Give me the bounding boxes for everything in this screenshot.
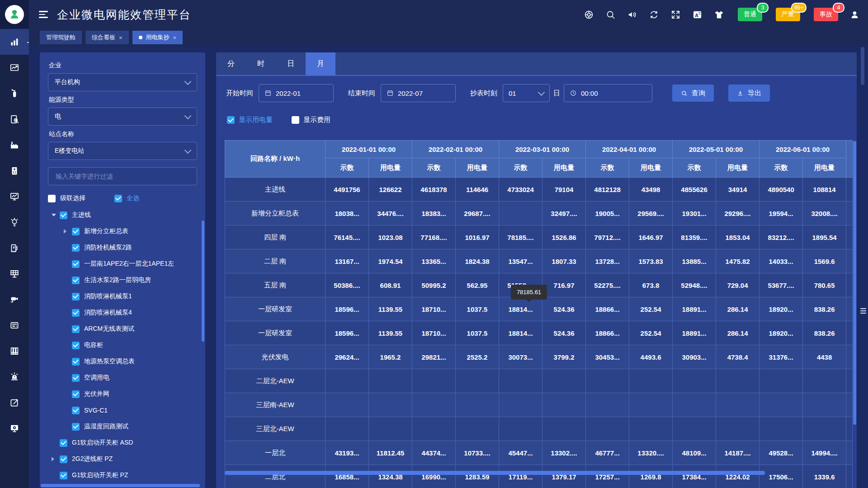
tree-item[interactable]: SVG-C1 bbox=[48, 402, 197, 418]
tree-checkbox[interactable] bbox=[72, 309, 80, 317]
meter-day-select[interactable]: 01 bbox=[503, 84, 550, 102]
tree-item[interactable]: 消防栓机械泵2路 bbox=[48, 239, 197, 256]
tree-item[interactable]: 电容柜 bbox=[48, 337, 197, 353]
panel-resize-handle-icon[interactable] bbox=[860, 308, 866, 314]
sidebar-item-line-chart[interactable] bbox=[0, 55, 29, 80]
table-hscrollbar[interactable] bbox=[225, 471, 765, 475]
tree-checkbox[interactable] bbox=[72, 260, 80, 268]
caret-right-icon[interactable] bbox=[52, 457, 60, 461]
user-icon[interactable] bbox=[849, 9, 860, 20]
tree-item[interactable]: 新增分立柜总表 bbox=[48, 223, 197, 239]
tree-checkbox[interactable] bbox=[72, 358, 80, 366]
period-tab-日[interactable]: 日 bbox=[276, 52, 306, 75]
sidebar-item-archive[interactable] bbox=[0, 338, 29, 364]
volume-icon[interactable] bbox=[627, 9, 637, 20]
sidebar-item-alarm-beacon[interactable] bbox=[0, 364, 29, 389]
menu-collapse-icon[interactable] bbox=[39, 11, 48, 18]
caret-right-icon[interactable] bbox=[64, 229, 72, 234]
tree-checkbox[interactable] bbox=[60, 211, 67, 219]
period-tab-时[interactable]: 时 bbox=[246, 52, 276, 75]
tree-hscrollbar[interactable] bbox=[41, 484, 200, 487]
table-row[interactable]: 一层北43193...11812.4544374...10733....4544… bbox=[225, 441, 853, 465]
tree-item[interactable]: 主进线 bbox=[48, 207, 197, 223]
table-row[interactable]: 一层研发室18596...1139.5518710...1037.518814.… bbox=[225, 321, 853, 345]
tree-item[interactable]: 光伏并网 bbox=[48, 386, 197, 402]
tree-checkbox[interactable] bbox=[60, 472, 67, 479]
company-select[interactable]: 平台机构 bbox=[48, 73, 197, 91]
nav-tab-2[interactable]: 用电集抄× bbox=[132, 31, 183, 44]
caret-down-icon[interactable] bbox=[52, 214, 60, 216]
alarm-badge-1[interactable]: 严重 99+ bbox=[776, 8, 800, 21]
sidebar-item-solar-panel[interactable] bbox=[0, 261, 29, 286]
table-row[interactable]: 三层北-AEW bbox=[225, 417, 853, 441]
tree-item[interactable]: 地源热泵空调总表 bbox=[48, 353, 197, 370]
tree-checkbox[interactable] bbox=[72, 293, 80, 300]
tree-filter-input[interactable] bbox=[55, 172, 190, 180]
energy-type-select[interactable]: 电 bbox=[48, 108, 197, 126]
tree-item[interactable]: 消防喷淋机械泵1 bbox=[48, 288, 197, 305]
period-tab-月[interactable]: 月 bbox=[306, 52, 335, 75]
meter-time-input[interactable]: 00:00 bbox=[564, 84, 652, 102]
alarm-badge-2[interactable]: 事故 4 bbox=[814, 8, 838, 21]
tree-checkbox[interactable] bbox=[72, 390, 80, 398]
table-row[interactable]: 新增分立柜总表18038...34476....18383...29687...… bbox=[225, 202, 853, 225]
sidebar-item-edit[interactable] bbox=[0, 389, 29, 415]
sidebar-item-device-panel[interactable] bbox=[0, 312, 29, 338]
tree-scrollbar[interactable] bbox=[202, 221, 204, 342]
tree-checkbox[interactable] bbox=[72, 423, 80, 431]
page-scrollbar[interactable] bbox=[861, 47, 864, 85]
help-icon[interactable] bbox=[583, 9, 594, 20]
nav-tab-0[interactable]: 管理驾驶舱 bbox=[40, 31, 82, 44]
period-tab-分[interactable]: 分 bbox=[216, 52, 246, 75]
tree-item[interactable]: G1软启动开关柜 PZ bbox=[48, 467, 197, 483]
tree-checkbox[interactable] bbox=[60, 455, 67, 463]
show-energy-checkbox[interactable] bbox=[227, 116, 235, 124]
tree-item[interactable]: 2G2进线柜 PZ bbox=[48, 451, 197, 467]
search-icon[interactable] bbox=[605, 9, 616, 20]
start-time-input[interactable]: 2022-01 bbox=[259, 84, 334, 102]
tree-item[interactable]: 生活水泵2路一层弱电房 bbox=[48, 272, 197, 288]
table-vscrollbar[interactable] bbox=[853, 141, 856, 425]
tree-checkbox[interactable] bbox=[72, 342, 80, 349]
nav-tab-1[interactable]: 综合看板× bbox=[85, 31, 129, 44]
tree-checkbox[interactable] bbox=[72, 325, 80, 333]
tree-item[interactable]: G1软启动开关柜 ASD bbox=[48, 435, 197, 451]
table-row[interactable]: 二层北-AEW bbox=[225, 369, 853, 393]
fullscreen-icon[interactable] bbox=[670, 9, 681, 20]
sidebar-item-bulb[interactable] bbox=[0, 209, 29, 235]
tree-checkbox[interactable] bbox=[72, 374, 80, 382]
tree-checkbox[interactable] bbox=[72, 277, 80, 284]
tree-item[interactable]: 空调用电 bbox=[48, 370, 197, 386]
sidebar-item-factory[interactable] bbox=[0, 132, 29, 158]
sidebar-item-ev-charger[interactable] bbox=[0, 235, 29, 261]
table-row[interactable]: 光伏发电29624...1965.229821...2525.230073...… bbox=[225, 345, 853, 369]
tree-checkbox[interactable] bbox=[72, 244, 80, 252]
select-all-checkbox[interactable] bbox=[114, 195, 122, 202]
sidebar-item-fire-extinguisher[interactable] bbox=[0, 80, 29, 106]
tree-item[interactable]: 一层南1APE2右一层北1APE1左 bbox=[48, 256, 197, 272]
tree-item[interactable]: 温湿度回路测试 bbox=[48, 418, 197, 435]
export-button[interactable]: 导出 bbox=[728, 84, 770, 102]
table-row[interactable]: 一层研发室18596...1139.5518710...1037.518814.… bbox=[225, 297, 853, 321]
cascade-checkbox[interactable] bbox=[48, 195, 56, 202]
close-icon[interactable]: × bbox=[173, 35, 177, 41]
sidebar-item-monitor-trend[interactable] bbox=[0, 183, 29, 209]
query-button[interactable]: 查询 bbox=[672, 84, 714, 102]
theme-icon[interactable] bbox=[713, 9, 724, 20]
end-time-input[interactable]: 2022-07 bbox=[381, 84, 456, 102]
sidebar-item-bar-chart[interactable] bbox=[0, 29, 29, 55]
tree-item[interactable]: 消防喷淋机械泵4 bbox=[48, 305, 197, 321]
sidebar-item-building-cross[interactable] bbox=[0, 158, 29, 183]
table-row[interactable]: 三层南-AEW bbox=[225, 393, 853, 417]
sidebar-item-camera[interactable] bbox=[0, 286, 29, 312]
table-row[interactable]: 主进线4491756126622461837811464647330247910… bbox=[225, 178, 853, 202]
alarm-badge-0[interactable]: 普通 3 bbox=[738, 8, 762, 21]
refresh-icon[interactable] bbox=[648, 9, 659, 20]
sidebar-item-terminal-gear[interactable] bbox=[0, 415, 29, 441]
close-icon[interactable]: × bbox=[119, 35, 123, 41]
table-row[interactable]: 四层 南76145....1023.0877168....1016.977818… bbox=[225, 225, 853, 249]
show-cost-checkbox[interactable] bbox=[292, 116, 299, 124]
table-row[interactable]: 二层 南13167...1974.5413365...1824.3813547.… bbox=[225, 249, 853, 273]
sidebar-item-inspection[interactable] bbox=[0, 106, 29, 132]
translate-icon[interactable]: A文 bbox=[692, 9, 703, 20]
